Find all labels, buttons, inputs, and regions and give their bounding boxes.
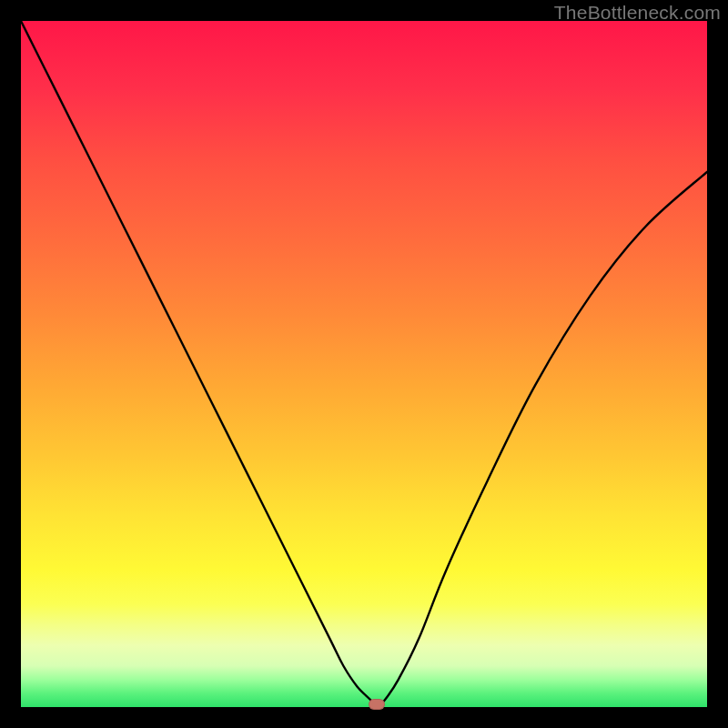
chart-frame: TheBottleneck.com [0, 0, 728, 728]
optimal-point-marker [369, 699, 385, 710]
bottleneck-curve [21, 21, 707, 707]
plot-area [21, 21, 707, 707]
